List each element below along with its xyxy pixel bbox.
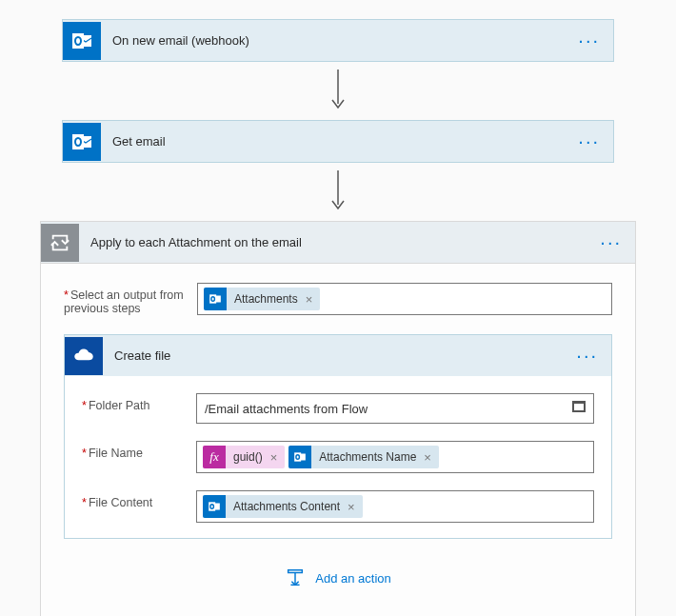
file-content-label: *File Content bbox=[82, 490, 196, 509]
outlook-icon bbox=[203, 495, 226, 518]
fx-icon: fx bbox=[203, 446, 226, 468]
attachments-token[interactable]: Attachments × bbox=[204, 288, 320, 310]
trigger-step[interactable]: On new email (webhook) ··· bbox=[62, 19, 614, 62]
outlook-icon bbox=[63, 123, 101, 161]
add-action-icon bbox=[285, 567, 306, 588]
get-email-step-menu[interactable]: ··· bbox=[565, 121, 613, 162]
apply-to-each-header[interactable]: Apply to each Attachment on the email ··… bbox=[41, 222, 635, 264]
add-action-button[interactable]: Add an action bbox=[64, 539, 612, 598]
file-name-label: *File Name bbox=[82, 441, 196, 460]
create-file-title: Create file bbox=[103, 348, 563, 363]
attachments-content-token[interactable]: Attachments Content × bbox=[203, 495, 363, 518]
outlook-icon bbox=[288, 446, 311, 468]
folder-path-label: *Folder Path bbox=[82, 393, 196, 412]
get-email-step-title: Get email bbox=[101, 134, 565, 149]
apply-to-each-step: Apply to each Attachment on the email ··… bbox=[40, 221, 636, 616]
trigger-step-title: On new email (webhook) bbox=[101, 33, 565, 48]
svg-rect-5 bbox=[72, 134, 84, 149]
file-name-input[interactable]: fx guid() × Attachments Name × bbox=[196, 441, 594, 473]
loop-input-field[interactable]: Attachments × bbox=[197, 283, 612, 315]
connector-arrow bbox=[327, 68, 349, 114]
loop-input-label: *Select an output from previous steps bbox=[64, 283, 197, 315]
trigger-step-menu[interactable]: ··· bbox=[565, 20, 613, 61]
create-file-header[interactable]: Create file ··· bbox=[65, 335, 611, 376]
apply-to-each-menu[interactable]: ··· bbox=[587, 222, 635, 263]
remove-token-icon[interactable]: × bbox=[268, 450, 286, 465]
remove-token-icon[interactable]: × bbox=[346, 500, 363, 514]
add-action-label: Add an action bbox=[315, 571, 391, 586]
remove-token-icon[interactable]: × bbox=[422, 450, 439, 465]
remove-token-icon[interactable]: × bbox=[304, 292, 321, 307]
get-email-step[interactable]: Get email ··· bbox=[62, 120, 614, 163]
svg-rect-17 bbox=[288, 570, 303, 573]
create-file-menu[interactable]: ··· bbox=[563, 335, 611, 376]
attachments-name-token[interactable]: Attachments Name × bbox=[288, 446, 439, 468]
onedrive-icon bbox=[65, 337, 103, 375]
folder-picker-icon[interactable] bbox=[572, 401, 586, 412]
outlook-icon bbox=[63, 22, 101, 60]
connector-arrow bbox=[327, 169, 349, 215]
svg-rect-1 bbox=[72, 33, 84, 49]
create-file-step: Create file ··· *Folder Path /Email atta… bbox=[64, 334, 612, 539]
folder-path-input[interactable]: /Email attachments from Flow bbox=[196, 393, 594, 424]
file-content-input[interactable]: Attachments Content × bbox=[196, 490, 594, 523]
apply-to-each-title: Apply to each Attachment on the email bbox=[79, 235, 587, 249]
guid-expression-token[interactable]: fx guid() × bbox=[203, 446, 285, 468]
outlook-icon bbox=[204, 288, 227, 310]
loop-icon bbox=[41, 224, 79, 262]
